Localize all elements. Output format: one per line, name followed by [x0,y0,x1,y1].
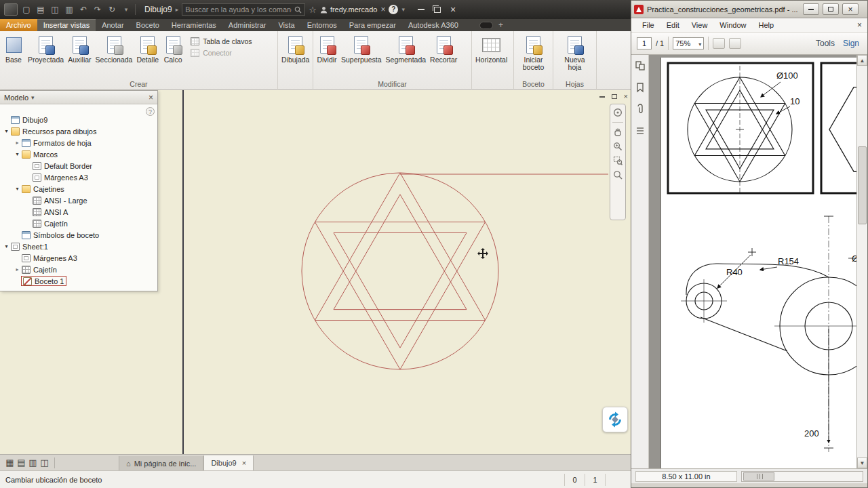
navigation-wheel-icon[interactable] [613,108,623,117]
plus-icon[interactable]: + [498,22,503,28]
browser-dropdown-icon[interactable]: ▾ [31,94,35,101]
up-triangle-inner[interactable] [334,195,467,310]
layout-grid-icon[interactable]: ▦ [4,458,16,468]
expand-open-icon[interactable] [14,151,21,157]
page-thumbnails-icon[interactable] [635,60,646,71]
iniciar-boceto-button[interactable]: Iniciar boceto [515,33,551,73]
tree-item-ansi-a[interactable]: ANSI A [0,206,157,218]
tools-button[interactable]: Tools [816,39,835,48]
search-icon[interactable] [294,6,302,14]
tab-archivo[interactable]: Archivo [0,19,37,31]
doc-restore-icon[interactable] [612,94,617,99]
circumscribed-circle[interactable] [302,173,498,369]
browser-help-icon[interactable]: ? [146,107,155,116]
tab-entornos[interactable]: Entornos [301,19,343,31]
menu-help[interactable]: Help [753,21,779,29]
menu-view[interactable]: View [686,21,713,29]
pan-hand-icon[interactable] [613,127,623,137]
signed-in-user[interactable]: fredy.mercado [320,5,378,14]
page-number-input[interactable]: 1 [637,37,652,49]
document-close-icon[interactable]: × [857,20,862,30]
menu-file[interactable]: File [637,21,660,29]
expand-open-icon[interactable] [3,243,10,249]
menu-edit[interactable]: Edit [661,21,685,29]
down-triangle-inner[interactable] [334,233,467,348]
print-icon[interactable]: ▥ [64,4,75,15]
tree-item-sheet1[interactable]: Sheet:1 [0,241,157,252]
tree-item-cajetines[interactable]: Cajetines [0,183,157,195]
doc-minimize-icon[interactable] [599,96,605,98]
attachments-paperclip-icon[interactable] [635,104,646,115]
undo-icon[interactable]: ↶ [78,4,89,15]
restore-icon[interactable] [434,7,441,13]
reader-titlebar[interactable]: Practica_construcciones_geometricas.pdf … [631,1,867,18]
pdf-content-area[interactable]: Ø100 10 [649,55,856,468]
expand-closed-icon[interactable] [14,266,21,272]
browser-panel-header[interactable]: Modelo ▾ × [0,91,157,104]
tree-item-default-border[interactable]: Default Border [0,160,157,171]
group-label-crear[interactable]: Crear [0,79,277,90]
tab-close-icon[interactable]: × [242,459,246,467]
redo-icon[interactable]: ↷ [92,4,103,15]
sign-out-icon[interactable]: × [380,5,385,14]
tab-boceto[interactable]: Boceto [130,19,165,31]
proyectada-button[interactable]: Proyectada [26,33,66,65]
recortar-button[interactable]: Recortar [428,33,459,65]
tree-item-boceto1[interactable]: Boceto 1 [0,275,157,287]
expand-open-icon[interactable] [3,128,10,134]
tab-para-empezar[interactable]: Para empezar [343,19,402,31]
tab-dibujo9[interactable]: Dibujo9 × [203,455,254,470]
inventor-app-logo-icon[interactable] [4,3,18,16]
group-label-hojas[interactable]: Hojas [553,79,596,90]
open-file-icon[interactable]: ▤ [35,4,46,15]
tree-item-simbolos[interactable]: Símbolos de boceto [0,229,157,241]
calco-button[interactable]: Calco [161,33,185,65]
segmentada-button[interactable]: Segmentada [384,33,429,65]
tab-vista[interactable]: Vista [272,19,300,31]
hexagram-sketch[interactable] [302,173,608,369]
expand-open-icon[interactable] [14,186,21,192]
scroll-down-icon[interactable]: ▼ [857,458,867,468]
help-dropdown-icon[interactable]: ▾ [401,6,405,13]
tab-home-page[interactable]: ⌂ Mi página de inic... [119,456,203,470]
qat-dropdown-icon[interactable]: ▾ [121,4,132,15]
reader-maximize-button[interactable] [823,3,839,15]
scroll-up-icon[interactable]: ▲ [857,55,867,66]
layers-icon[interactable] [635,125,646,136]
hscrollbar-thumb[interactable] [743,472,774,481]
zoom-window-icon[interactable] [613,156,623,165]
superpuesta-button[interactable]: Superpuesta [339,33,384,65]
zoom-selected-icon[interactable] [613,170,623,180]
auxiliar-button[interactable]: Auxiliar [66,33,93,65]
favorites-star-icon[interactable]: ☆ [309,5,317,15]
tabla-de-clavos-button[interactable]: Tabla de clavos [191,37,252,45]
tree-item-margenes-a3[interactable]: Márgenes A3 [0,171,157,183]
close-icon[interactable]: × [450,5,456,14]
fit-page-icon[interactable] [729,38,741,49]
help-search-input[interactable]: Buscar en la ayuda y los comanc [182,3,305,16]
horizontal-button[interactable]: Horizontal [473,33,509,65]
tree-item-recursos[interactable]: Recursos para dibujos [0,125,157,137]
group-label-boceto[interactable]: Boceto [514,79,553,90]
tab-autodesk-a360[interactable]: Autodesk A360 [402,19,465,31]
layout-columns-icon[interactable]: ▥ [27,458,39,468]
help-icon[interactable]: ? [389,5,398,14]
tab-herramientas[interactable]: Herramientas [165,19,222,31]
sign-button[interactable]: Sign [843,39,859,48]
tree-item-formatos[interactable]: Formatos de hoja [0,137,157,148]
seccionada-button[interactable]: Seccionada [94,33,135,65]
group-label-modificar[interactable]: Modificar [313,79,471,90]
zoom-select[interactable]: 75% [673,37,704,49]
minimize-icon[interactable] [418,9,425,10]
vertical-scrollbar[interactable]: ▲ ▼ [856,55,867,468]
browser-close-icon[interactable]: × [149,94,153,102]
tab-insertar-vistas[interactable]: Insertar vistas [37,19,96,31]
fit-width-icon[interactable] [713,38,725,49]
reader-minimize-button[interactable] [803,3,819,15]
tree-item-dibujo9[interactable]: Dibujo9 [0,114,157,125]
bookmarks-icon[interactable] [635,82,646,93]
tree-item-cajetin-sheet[interactable]: Cajetín [0,264,157,275]
dividir-button[interactable]: Dividir [315,33,339,65]
save-icon[interactable]: ◫ [50,4,60,15]
tree-item-cajetin[interactable]: Cajetín [0,218,157,229]
